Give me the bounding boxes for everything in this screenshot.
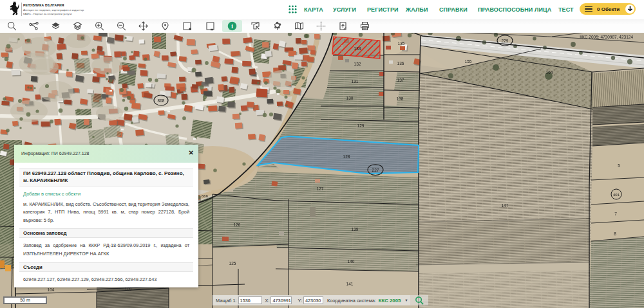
svg-text:229: 229 [502, 39, 509, 43]
svg-text:131: 131 [352, 79, 359, 84]
svg-text:130: 130 [346, 96, 354, 100]
svg-text:227: 227 [372, 168, 379, 172]
svg-text:155: 155 [465, 59, 472, 64]
svg-text:5: 5 [618, 163, 620, 168]
svg-text:141: 141 [346, 282, 354, 286]
svg-text:104: 104 [48, 287, 55, 292]
svg-text:132: 132 [354, 62, 361, 66]
svg-text:128: 128 [343, 154, 350, 159]
svg-text:127: 127 [317, 186, 324, 191]
svg-text:109: 109 [125, 287, 132, 291]
svg-text:129: 129 [357, 123, 365, 128]
svg-text:126: 126 [234, 222, 241, 227]
svg-text:7: 7 [614, 212, 617, 216]
svg-text:868: 868 [158, 98, 165, 103]
svg-text:133: 133 [354, 46, 361, 51]
svg-text:8: 8 [614, 231, 616, 236]
svg-text:139: 139 [352, 227, 359, 231]
svg-text:401: 401 [613, 193, 620, 197]
svg-text:138: 138 [397, 96, 404, 101]
svg-text:136: 136 [397, 61, 404, 66]
svg-text:i: i [231, 23, 233, 30]
svg-text:ККС 2005: 4730987, 423124: ККС 2005: 4730987, 423124 [580, 35, 633, 39]
svg-text:137: 137 [397, 78, 404, 82]
svg-text:125: 125 [229, 261, 236, 266]
svg-text:135: 135 [398, 41, 405, 46]
svg-text:666: 666 [202, 194, 209, 198]
svg-text:147: 147 [502, 203, 509, 208]
svg-text:164: 164 [546, 70, 553, 75]
svg-text:140: 140 [348, 259, 355, 264]
